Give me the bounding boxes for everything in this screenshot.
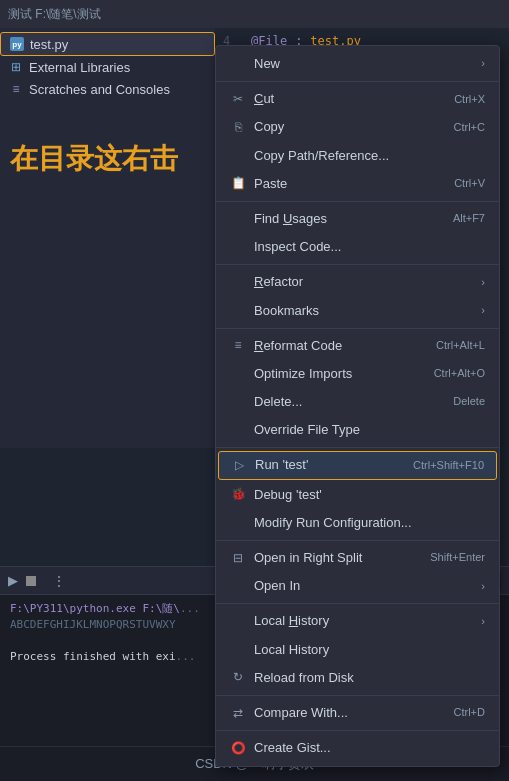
cut-icon: ✂: [230, 91, 246, 108]
sidebar-item-scratches[interactable]: ≡ Scratches and Consoles: [0, 78, 215, 100]
separator-6: [216, 540, 499, 541]
project-path: 测试 F:\随笔\测试: [8, 6, 101, 23]
reload-icon: ↻: [230, 669, 246, 686]
menu-item-bookmarks[interactable]: Bookmarks ›: [216, 297, 499, 325]
chinese-overlay-text: 在目录这右击: [10, 140, 178, 178]
menu-item-run-test[interactable]: ▷ Run 'test' Ctrl+Shift+F10: [218, 451, 497, 479]
sidebar-item-label: test.py: [30, 37, 68, 52]
separator-7: [216, 603, 499, 604]
new-arrow: ›: [481, 56, 485, 71]
separator-8: [216, 695, 499, 696]
bookmarks-arrow: ›: [481, 303, 485, 318]
gist-icon: ⭕: [230, 740, 246, 757]
separator-1: [216, 81, 499, 82]
copy-icon: ⎘: [230, 119, 246, 136]
open-right-split-icon: ⊟: [230, 550, 246, 567]
reformat-icon: ≡: [230, 337, 246, 354]
menu-item-override-file-type[interactable]: Override File Type: [216, 416, 499, 444]
menu-item-copy[interactable]: ⎘ Copy Ctrl+C: [216, 113, 499, 141]
sidebar-item-testpy[interactable]: py test.py: [0, 32, 215, 56]
menu-item-open-right-split[interactable]: ⊟ Open in Right Split Shift+Enter: [216, 544, 499, 572]
sidebar-item-label: Scratches and Consoles: [29, 82, 170, 97]
menu-item-reload-disk[interactable]: ↻ Reload from Disk: [216, 664, 499, 692]
separator-9: [216, 730, 499, 731]
terminal-menu-icon[interactable]: ⋮: [52, 573, 66, 589]
context-menu: New › ✂ Cut Ctrl+X ⎘ Copy Ctrl+C Copy Pa…: [215, 45, 500, 767]
menu-item-compare-with[interactable]: ⇄ Compare With... Ctrl+D: [216, 699, 499, 727]
compare-icon: ⇄: [230, 705, 246, 722]
sidebar-item-label: External Libraries: [29, 60, 130, 75]
menu-item-open-in[interactable]: Open In ›: [216, 572, 499, 600]
local-history-arrow: ›: [481, 614, 485, 629]
debug-icon: 🐞: [230, 486, 246, 503]
menu-item-find-usages[interactable]: Find Usages Alt+F7: [216, 205, 499, 233]
scratches-icon: ≡: [8, 81, 24, 97]
menu-item-local-history[interactable]: Local History ›: [216, 607, 499, 635]
terminal-run-icon: ▶: [8, 573, 18, 588]
run-icon: ▷: [231, 457, 247, 474]
separator-3: [216, 264, 499, 265]
sidebar: py test.py ⊞ External Libraries ≡ Scratc…: [0, 28, 215, 448]
refactor-arrow: ›: [481, 275, 485, 290]
menu-item-refactor[interactable]: Refactor ›: [216, 268, 499, 296]
paste-icon: 📋: [230, 175, 246, 192]
menu-item-create-gist[interactable]: ⭕ Create Gist...: [216, 734, 499, 762]
menu-item-optimize-imports[interactable]: Optimize Imports Ctrl+Alt+O: [216, 360, 499, 388]
menu-item-modify-run[interactable]: Modify Run Configuration...: [216, 509, 499, 537]
menu-item-paste[interactable]: 📋 Paste Ctrl+V: [216, 170, 499, 198]
menu-item-debug-test[interactable]: 🐞 Debug 'test': [216, 481, 499, 509]
top-bar: 测试 F:\随笔\测试: [0, 0, 509, 28]
py-file-icon: py: [9, 36, 25, 52]
separator-2: [216, 201, 499, 202]
menu-item-copy-path[interactable]: Copy Path/Reference...: [216, 142, 499, 170]
menu-item-inspect-code[interactable]: Inspect Code...: [216, 233, 499, 261]
menu-item-delete[interactable]: Delete... Delete: [216, 388, 499, 416]
menu-item-reformat[interactable]: ≡ Reformat Code Ctrl+Alt+L: [216, 332, 499, 360]
open-in-arrow: ›: [481, 579, 485, 594]
external-lib-icon: ⊞: [8, 59, 24, 75]
menu-item-new[interactable]: New ›: [216, 50, 499, 78]
sidebar-item-external-libraries[interactable]: ⊞ External Libraries: [0, 56, 215, 78]
separator-4: [216, 328, 499, 329]
menu-item-repair-ide[interactable]: Local History: [216, 636, 499, 664]
menu-item-cut[interactable]: ✂ Cut Ctrl+X: [216, 85, 499, 113]
terminal-stop-icon[interactable]: [26, 576, 36, 586]
separator-5: [216, 447, 499, 448]
